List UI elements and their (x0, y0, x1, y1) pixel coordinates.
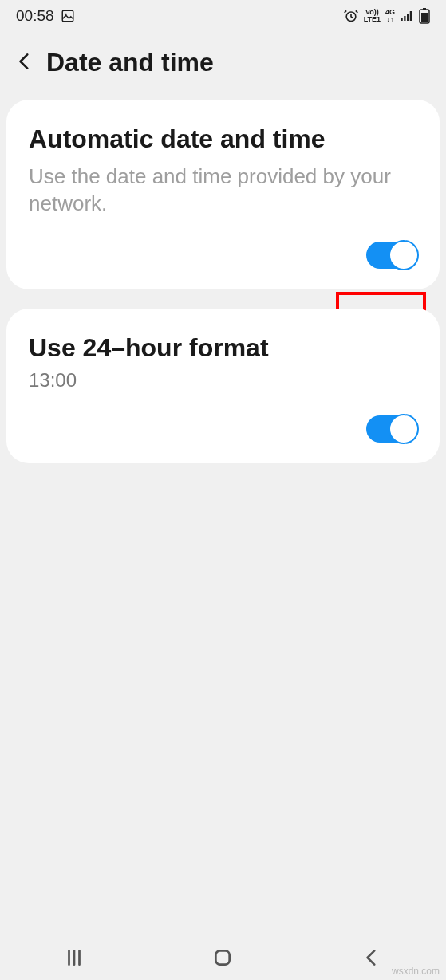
svg-rect-4 (404, 16, 405, 21)
alarm-icon (343, 8, 359, 24)
network-arrows: ↓↑ (386, 16, 393, 23)
network-indicator: 4G ↓↑ (385, 9, 395, 23)
toggle-knob (389, 414, 419, 444)
watermark: wsxdn.com (392, 966, 440, 977)
svg-rect-9 (421, 13, 428, 22)
nav-recents[interactable] (42, 947, 106, 968)
status-time: 00:58 (16, 7, 54, 25)
toggle-knob (389, 240, 419, 270)
setting-desc-auto: Use the date and time provided by your n… (29, 163, 417, 218)
svg-rect-10 (216, 950, 230, 964)
battery-icon (419, 8, 430, 24)
page-header: Date and time (0, 32, 446, 100)
volte-bottom: LTE1 (364, 16, 381, 23)
setting-title-auto: Automatic date and time (29, 124, 417, 154)
setting-card-auto-datetime[interactable]: Automatic date and time Use the date and… (6, 100, 440, 289)
gallery-icon (61, 9, 75, 23)
toggle-row-auto (29, 242, 417, 269)
svg-rect-6 (410, 11, 412, 21)
status-bar: 00:58 Vo)) LTE1 4G ↓↑ (0, 0, 446, 32)
nav-home[interactable] (191, 947, 255, 968)
status-left: 00:58 (16, 7, 75, 25)
svg-rect-5 (407, 14, 409, 21)
toggle-auto-datetime[interactable] (366, 242, 417, 269)
signal-icon (400, 9, 414, 23)
setting-card-24hour[interactable]: Use 24–hour format 13:00 (6, 309, 440, 463)
svg-rect-3 (401, 18, 403, 21)
svg-rect-0 (62, 10, 73, 22)
page-title: Date and time (46, 48, 214, 77)
setting-title-24hour: Use 24–hour format (29, 333, 417, 363)
toggle-row-24hour (29, 415, 417, 443)
svg-rect-8 (423, 8, 426, 10)
toggle-24hour-format[interactable] (366, 415, 417, 443)
status-right: Vo)) LTE1 4G ↓↑ (343, 8, 430, 24)
setting-example-24hour: 13:00 (29, 369, 417, 392)
navigation-bar (0, 935, 446, 980)
volte-indicator: Vo)) LTE1 (364, 9, 381, 23)
back-button[interactable] (14, 51, 35, 75)
